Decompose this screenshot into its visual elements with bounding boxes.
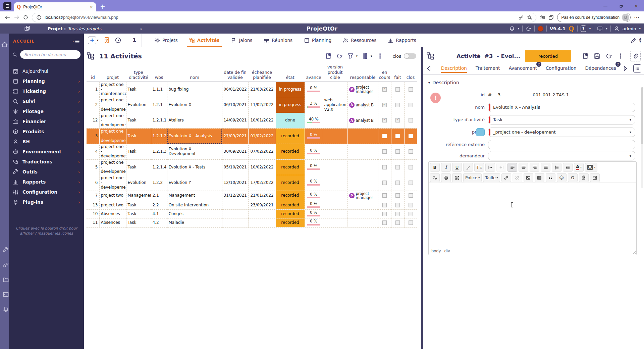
column-header[interactable]: nom: [167, 64, 222, 82]
editor-align-left-button[interactable]: [507, 163, 517, 172]
editor-align-center-button[interactable]: [519, 163, 528, 172]
detail-menu-icon[interactable]: [617, 53, 624, 59]
back-button[interactable]: [5, 14, 10, 20]
reload-button[interactable]: [23, 14, 29, 20]
column-header[interactable]: avance: [305, 64, 323, 82]
editor-print-button[interactable]: [441, 173, 451, 182]
table-row[interactable]: 4 project one - developement Task 1.2.1.…: [87, 144, 417, 159]
display-caret-icon[interactable]: ▾: [606, 27, 607, 30]
new-activity-icon[interactable]: [582, 53, 589, 59]
editor-align-right-button[interactable]: [530, 163, 539, 172]
checkbox-fait[interactable]: [395, 220, 400, 225]
table-row[interactable]: 6 project one - developement Evolution 1…: [87, 175, 417, 191]
table-row[interactable]: 1 project one - maintenance Task 1.1.1 b…: [87, 82, 417, 97]
tabs-next-icon[interactable]: [622, 65, 629, 72]
add-favorite-icon[interactable]: [527, 15, 532, 20]
sidebar-item-outils[interactable]: Outils ›: [9, 167, 84, 177]
sidebar-item-configuration[interactable]: Configuration ›: [9, 187, 84, 197]
filter-caret-icon[interactable]: ▾: [356, 54, 358, 58]
reference-input[interactable]: [488, 140, 635, 149]
editor-translate-button[interactable]: [430, 173, 440, 182]
table-row[interactable]: 7 project two Management 2.1 Management …: [87, 191, 417, 201]
nav-item-reunions[interactable]: Réunions: [258, 34, 298, 47]
checkbox-clos[interactable]: [409, 103, 413, 107]
columns-caret-icon[interactable]: ▾: [371, 54, 372, 58]
checkbox-fait[interactable]: [395, 203, 400, 207]
tabs-previous-icon[interactable]: [426, 65, 432, 72]
checkbox-fait[interactable]: [395, 149, 400, 154]
column-header[interactable]: wbs: [151, 64, 167, 82]
editor-format-brush-button[interactable]: [463, 163, 473, 172]
column-header[interactable]: clos: [404, 64, 417, 82]
editor-font-family-button[interactable]: Police▾: [463, 173, 482, 182]
nav-item-activites[interactable]: Activités: [183, 34, 225, 47]
column-header[interactable]: fait: [391, 64, 404, 82]
editor-bg-color-button[interactable]: A▾: [585, 163, 597, 172]
checkbox-clos[interactable]: [409, 220, 413, 225]
new-tab-button[interactable]: +: [100, 3, 105, 10]
editor-italic-button[interactable]: I: [441, 163, 451, 172]
refresh-list-icon[interactable]: [336, 53, 343, 59]
browser-tab[interactable]: Q ProjeQtOr ×: [14, 2, 96, 11]
sidebar-item-aujourd-hui[interactable]: Aujourd'hui: [9, 66, 84, 76]
collapse-sidebar-icon[interactable]: ‹: [73, 39, 80, 44]
scroll-down-icon[interactable]: ▼: [639, 40, 641, 43]
checkbox-en-cours[interactable]: [382, 87, 387, 92]
project-color-swatch[interactable]: [476, 128, 485, 136]
table-row[interactable]: 13 project two Task 2.2 On site Interven…: [87, 201, 417, 209]
checkbox-en-cours[interactable]: [382, 193, 387, 198]
editor-outdent-button[interactable]: [496, 163, 506, 172]
refresh-detail-icon[interactable]: [605, 53, 612, 59]
home-icon[interactable]: [1, 41, 8, 48]
checkbox-en-cours[interactable]: [382, 165, 387, 169]
restore-button[interactable]: [613, 0, 629, 11]
table-row[interactable]: 12 project one - developement Task 1.2.1…: [87, 113, 417, 128]
tab-actions-icon[interactable]: [3, 2, 11, 10]
resize-handle-icon[interactable]: [632, 250, 636, 254]
tab-traitement[interactable]: Traitement: [476, 65, 500, 71]
link-icon[interactable]: [3, 262, 9, 268]
nav-item-rapports[interactable]: Rapports: [382, 34, 422, 47]
list-menu-icon[interactable]: [377, 53, 383, 59]
editor-smiley-button[interactable]: ☺: [557, 173, 567, 182]
edit-icon[interactable]: [630, 37, 637, 44]
nom-input[interactable]: Evolutoin X - Analysis: [488, 103, 635, 112]
editor-bullet-list-button[interactable]: [563, 163, 573, 172]
nav-item-planning[interactable]: Planning: [298, 34, 337, 47]
editor-content[interactable]: [429, 183, 636, 247]
checkbox-clos[interactable]: [409, 149, 413, 154]
checkbox-fait[interactable]: [395, 134, 400, 138]
checkbox-clos[interactable]: [409, 203, 413, 207]
checkbox-clos[interactable]: [409, 118, 413, 122]
column-header[interactable]: encours: [378, 64, 391, 82]
tab-configuration[interactable]: Configuration: [546, 65, 577, 71]
checkbox-fait[interactable]: [395, 212, 400, 216]
editor-underline-button[interactable]: U: [452, 163, 462, 172]
editor-font-size-button[interactable]: Taille▾: [483, 173, 500, 182]
browser-menu-icon[interactable]: ⋯: [634, 14, 639, 20]
codewin-icon[interactable]: [3, 291, 9, 298]
sidebar-item-environnement[interactable]: Environnement ›: [9, 147, 84, 157]
checkbox-clos[interactable]: [409, 165, 413, 169]
table-row[interactable]: 5 project one - developement Task 1.2.1.…: [87, 159, 417, 175]
add-button[interactable]: +: [88, 37, 96, 44]
url-field[interactable]: localhost/projeqtorV9.4/view/main.php: [32, 13, 536, 22]
checkbox-clos[interactable]: [409, 212, 413, 216]
sidebar-item-ticketing[interactable]: Ticketing ›: [9, 86, 84, 96]
editor-table-button[interactable]: [535, 173, 544, 182]
editor-indent-button[interactable]: [485, 163, 495, 172]
editor-special-char-button[interactable]: Ω: [568, 173, 578, 182]
checkbox-clos[interactable]: [409, 193, 413, 198]
editor-path-tag[interactable]: body: [431, 249, 441, 253]
tab-description[interactable]: Description: [441, 65, 467, 71]
checkbox-fait[interactable]: [395, 87, 400, 92]
sidebar-item-produits[interactable]: Produits ›: [9, 127, 84, 137]
editor-unlink-button[interactable]: [513, 173, 522, 182]
column-header[interactable]: état: [276, 64, 305, 82]
sidebar-item-rapports[interactable]: Rapports ›: [9, 177, 84, 187]
checkbox-en-cours[interactable]: [382, 149, 387, 154]
column-header[interactable]: projet: [99, 64, 126, 82]
close-button[interactable]: ×: [629, 0, 644, 11]
column-header[interactable]: responsable: [347, 64, 378, 82]
editor-text-color-button[interactable]: A▾: [574, 163, 584, 172]
